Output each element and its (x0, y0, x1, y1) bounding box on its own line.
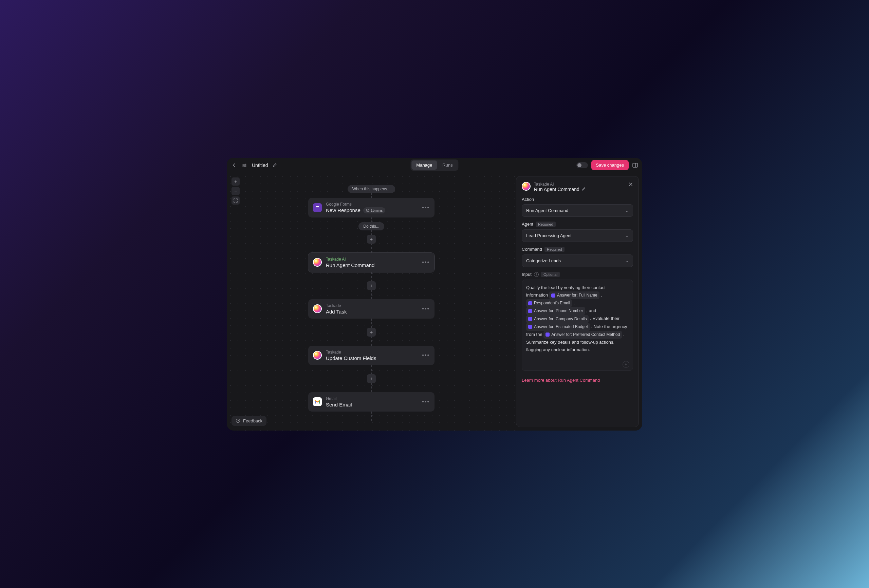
chip-label: Answer for: Preferred Contact Method (551, 331, 620, 338)
close-panel-icon[interactable] (628, 182, 633, 188)
tab-runs[interactable]: Runs (437, 160, 457, 170)
node-body: Taskade Update Custom Fields (326, 350, 418, 361)
svg-rect-2 (633, 163, 638, 167)
do-label: Do this... (359, 222, 384, 230)
label-text: Input (522, 272, 532, 277)
feedback-button[interactable]: Feedback (231, 416, 267, 426)
svg-point-1 (243, 166, 244, 167)
body: + − When this happens... Google Forms (227, 173, 642, 431)
header: Untitled Manage Runs Save changes (227, 158, 642, 173)
action-select[interactable]: Run Agent Command ⌄ (522, 204, 633, 217)
node-body: Google Forms New Response 15mins (326, 202, 418, 213)
node-menu-icon[interactable]: ••• (422, 352, 430, 358)
node-app-label: Taskade (326, 350, 418, 355)
variable-chip[interactable]: Answer for: Company Details (526, 315, 589, 323)
svg-point-10 (236, 419, 240, 423)
node-title: Send Email (326, 402, 418, 407)
node-menu-icon[interactable]: ••• (422, 306, 430, 312)
select-value: Run Agent Command (526, 208, 568, 213)
google-forms-icon (313, 203, 322, 212)
chip-icon (551, 293, 555, 298)
edit-name-icon[interactable] (581, 187, 586, 192)
header-left: Untitled (231, 162, 278, 169)
interval-badge: 15mins (363, 207, 385, 213)
text: , (601, 292, 602, 298)
add-variable-button[interactable]: + (623, 361, 629, 368)
sidebar-toggle-icon[interactable] (632, 162, 638, 168)
taskade-icon (313, 258, 322, 267)
required-tag: Required (536, 222, 556, 227)
edit-title-icon[interactable] (271, 162, 278, 169)
enable-toggle[interactable] (576, 162, 588, 168)
field-label: Command Required (522, 247, 633, 252)
connector (371, 318, 372, 328)
text: . Evaluate their (590, 316, 620, 321)
select-value: Categorize Leads (526, 258, 561, 263)
field-agent: Agent Required Lead Processing Agent ⌄ (522, 222, 633, 242)
action-node-update-fields[interactable]: Taskade Update Custom Fields ••• (308, 346, 434, 365)
field-input: Input ? Optional Qualify the lead by ver… (522, 272, 633, 371)
variable-chip[interactable]: Answer for: Phone Number (526, 307, 585, 315)
tab-manage[interactable]: Manage (411, 160, 437, 170)
input-textarea[interactable]: Qualify the lead by verifying their cont… (522, 280, 633, 371)
select-value: Lead Processing Agent (526, 233, 572, 238)
add-step-button[interactable]: + (367, 374, 376, 383)
chip-label: Answer for: Phone Number (534, 307, 583, 314)
zoom-out-button[interactable]: − (231, 187, 240, 195)
taskade-icon (522, 182, 531, 191)
node-menu-icon[interactable]: ••• (422, 204, 430, 211)
zoom-in-button[interactable]: + (231, 178, 240, 185)
config-panel: Taskade AI Run Agent Command Action Run … (516, 176, 639, 427)
back-icon[interactable] (231, 162, 237, 169)
action-node-run-agent[interactable]: Taskade AI Run Agent Command ••• (308, 253, 434, 272)
connector (371, 230, 372, 235)
connector (371, 193, 372, 198)
node-menu-icon[interactable]: ••• (422, 259, 430, 265)
action-node-send-email[interactable]: Gmail Send Email ••• (308, 392, 434, 412)
svg-rect-5 (316, 206, 317, 207)
agent-select[interactable]: Lead Processing Agent ⌄ (522, 230, 633, 242)
save-button[interactable]: Save changes (591, 160, 629, 170)
node-title: Update Custom Fields (326, 355, 418, 361)
action-node-add-task[interactable]: Taskade Add Task ••• (308, 299, 434, 318)
add-step-button[interactable]: + (367, 328, 376, 336)
label-text: Agent (522, 222, 533, 227)
node-title-text: New Response (326, 207, 360, 213)
variable-chip[interactable]: Answer for: Full Name (549, 292, 599, 299)
flow-canvas[interactable]: + − When this happens... Google Forms (227, 173, 516, 431)
chip-label: Answer for: Full Name (557, 292, 598, 299)
variable-chip[interactable]: Answer for: Preferred Contact Method (543, 331, 622, 339)
add-step-button[interactable]: + (367, 281, 376, 290)
chevron-down-icon: ⌄ (625, 258, 629, 263)
command-select[interactable]: Categorize Leads ⌄ (522, 255, 633, 267)
view-tabs: Manage Runs (411, 160, 458, 171)
label-text: Command (522, 247, 542, 252)
automation-icon[interactable] (241, 162, 248, 169)
learn-more-link[interactable]: Learn more about Run Agent Command (522, 378, 633, 383)
panel-header: Taskade AI Run Agent Command (522, 182, 633, 192)
connector (371, 243, 372, 253)
add-step-button[interactable]: + (367, 235, 376, 244)
variable-chip[interactable]: Respondent's Email (526, 299, 572, 307)
node-app-label: Google Forms (326, 202, 418, 207)
variable-chip[interactable]: Answer for: Estimated Budget (526, 323, 590, 331)
node-menu-icon[interactable]: ••• (422, 399, 430, 405)
node-app-label: Gmail (326, 396, 418, 401)
chip-icon (528, 309, 532, 313)
page-title: Untitled (252, 163, 268, 168)
connector (371, 365, 372, 375)
chip-label: Respondent's Email (534, 299, 570, 307)
trigger-node[interactable]: Google Forms New Response 15mins ••• (308, 198, 434, 218)
zoom-controls: + − (231, 178, 240, 204)
panel-title-text: Run Agent Command (534, 187, 580, 192)
field-label: Agent Required (522, 222, 633, 227)
chevron-down-icon: ⌄ (625, 233, 629, 238)
chip-icon (528, 317, 532, 321)
chip-icon (546, 333, 550, 336)
fit-screen-button[interactable] (231, 197, 240, 204)
chip-icon (528, 325, 532, 329)
flow-column: When this happens... Google Forms New Re… (307, 185, 436, 421)
text: , and (586, 308, 596, 313)
field-label: Input ? Optional (522, 272, 633, 277)
info-icon[interactable]: ? (534, 272, 539, 277)
